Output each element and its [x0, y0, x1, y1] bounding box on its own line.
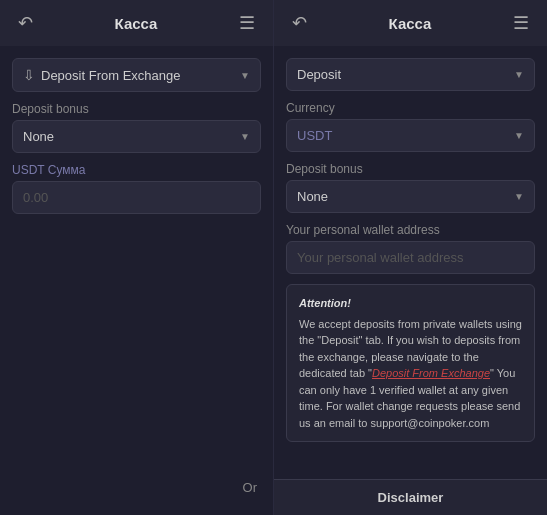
left-header: ↶ Касса ☰	[0, 0, 273, 46]
right-deposit-dropdown[interactable]: Deposit ▼	[286, 58, 535, 91]
left-deposit-bonus-group: Deposit bonus None ▼	[12, 102, 261, 153]
right-currency-value: USDT	[297, 128, 332, 143]
right-wallet-group: Your personal wallet address	[286, 223, 535, 274]
right-header: ↶ Касса ☰	[274, 0, 547, 46]
left-panel-title: Касса	[39, 15, 233, 32]
right-currency-label: Currency	[286, 101, 535, 115]
right-deposit-bonus-label: Deposit bonus	[286, 162, 535, 176]
left-panel: ↶ Касса ☰ ⇩ Deposit From Exchange ▼ Depo…	[0, 0, 274, 515]
left-amount-label: USDT Сумма	[12, 163, 261, 177]
screen: ↶ Касса ☰ ⇩ Deposit From Exchange ▼ Depo…	[0, 0, 547, 515]
right-deposit-bonus-select[interactable]: None ▼	[286, 180, 535, 213]
attention-text: We accept deposits from private wallets …	[299, 316, 522, 432]
right-panel: ↶ Касса ☰ Deposit ▼ Currency USDT ▼ Depo…	[274, 0, 547, 515]
left-amount-input[interactable]	[12, 181, 261, 214]
right-wallet-input[interactable]	[286, 241, 535, 274]
disclaimer-label: Disclaimer	[378, 490, 444, 505]
left-deposit-bonus-select[interactable]: None ▼	[12, 120, 261, 153]
left-amount-group: USDT Сумма	[12, 163, 261, 214]
attention-link[interactable]: Deposit From Exchange	[372, 367, 490, 379]
left-deposit-arrow-icon: ▼	[240, 70, 250, 81]
right-panel-body: Deposit ▼ Currency USDT ▼ Deposit bonus …	[274, 46, 547, 479]
left-menu-button[interactable]: ☰	[233, 10, 261, 36]
right-deposit-label: Deposit	[297, 67, 514, 82]
right-deposit-arrow-icon: ▼	[514, 69, 524, 80]
right-bonus-arrow-icon: ▼	[514, 191, 524, 202]
left-bonus-arrow-icon: ▼	[240, 131, 250, 142]
right-wallet-label: Your personal wallet address	[286, 223, 535, 237]
left-deposit-dropdown[interactable]: ⇩ Deposit From Exchange ▼	[12, 58, 261, 92]
or-divider: Or	[12, 224, 261, 503]
right-currency-select[interactable]: USDT ▼	[286, 119, 535, 152]
disclaimer-bar[interactable]: Disclaimer	[274, 479, 547, 515]
right-deposit-bonus-group: Deposit bonus None ▼	[286, 162, 535, 213]
left-panel-body: ⇩ Deposit From Exchange ▼ Deposit bonus …	[0, 46, 273, 515]
right-menu-button[interactable]: ☰	[507, 10, 535, 36]
left-deposit-bonus-value: None	[23, 129, 54, 144]
left-deposit-icon: ⇩	[23, 67, 35, 83]
or-text: Or	[243, 480, 257, 495]
attention-box: Attention! We accept deposits from priva…	[286, 284, 535, 442]
left-deposit-label: Deposit From Exchange	[41, 68, 240, 83]
left-back-button[interactable]: ↶	[12, 10, 39, 36]
right-currency-arrow-icon: ▼	[514, 130, 524, 141]
right-currency-group: Currency USDT ▼	[286, 101, 535, 152]
attention-title: Attention!	[299, 295, 522, 312]
right-back-button[interactable]: ↶	[286, 10, 313, 36]
left-deposit-bonus-label: Deposit bonus	[12, 102, 261, 116]
right-panel-title: Касса	[313, 15, 507, 32]
right-deposit-bonus-value: None	[297, 189, 328, 204]
